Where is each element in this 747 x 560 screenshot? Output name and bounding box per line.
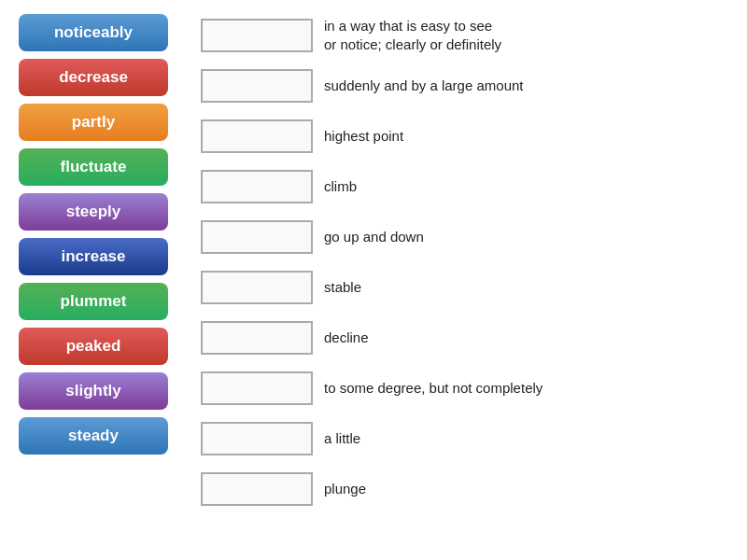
definition-1: suddenly and by a large amount (324, 77, 523, 95)
word-btn-fluctuate[interactable]: fluctuate (19, 148, 168, 186)
word-btn-peaked[interactable]: peaked (19, 328, 168, 365)
match-row-1: suddenly and by a large amount (201, 64, 728, 107)
match-box-4[interactable] (201, 220, 313, 254)
word-btn-partly[interactable]: partly (19, 104, 168, 141)
match-box-8[interactable] (201, 422, 313, 455)
words-column: noticeablydecreasepartlyfluctuatesteeply… (19, 14, 182, 455)
match-box-1[interactable] (201, 69, 313, 103)
word-btn-decrease[interactable]: decrease (19, 59, 168, 96)
match-row-8: a little (201, 417, 728, 460)
definition-9: plunge (324, 480, 366, 498)
match-box-2[interactable] (201, 119, 313, 153)
match-box-7[interactable] (201, 371, 313, 405)
match-row-7: to some degree, but not completely (201, 367, 728, 410)
word-btn-noticeably[interactable]: noticeably (19, 14, 168, 51)
word-btn-increase[interactable]: increase (19, 238, 168, 275)
definition-0: in a way that is easy to see or notice; … (324, 17, 501, 55)
main-container: noticeablydecreasepartlyfluctuatesteeply… (0, 0, 747, 525)
match-row-4: go up and down (201, 216, 728, 259)
match-box-3[interactable] (201, 170, 313, 203)
definition-7: to some degree, but not completely (324, 379, 543, 398)
match-row-6: decline (201, 316, 728, 359)
match-row-9: plunge (201, 468, 728, 511)
word-btn-steady[interactable]: steady (19, 417, 168, 455)
definition-6: decline (324, 329, 369, 347)
word-btn-plummet[interactable]: plummet (19, 283, 168, 320)
definition-5: stable (324, 278, 361, 297)
match-row-3: climb (201, 165, 728, 208)
match-box-6[interactable] (201, 321, 313, 355)
definition-2: highest point (324, 127, 403, 146)
match-row-0: in a way that is easy to see or notice; … (201, 14, 728, 57)
match-row-2: highest point (201, 115, 728, 158)
match-box-0[interactable] (201, 19, 313, 52)
word-btn-steeply[interactable]: steeply (19, 193, 168, 231)
match-box-5[interactable] (201, 271, 313, 304)
match-row-5: stable (201, 266, 728, 309)
match-box-9[interactable] (201, 472, 313, 506)
word-btn-slightly[interactable]: slightly (19, 372, 168, 410)
definitions-column: in a way that is easy to see or notice; … (201, 14, 728, 511)
definition-4: go up and down (324, 228, 424, 246)
definition-3: climb (324, 177, 357, 196)
definition-8: a little (324, 429, 360, 448)
